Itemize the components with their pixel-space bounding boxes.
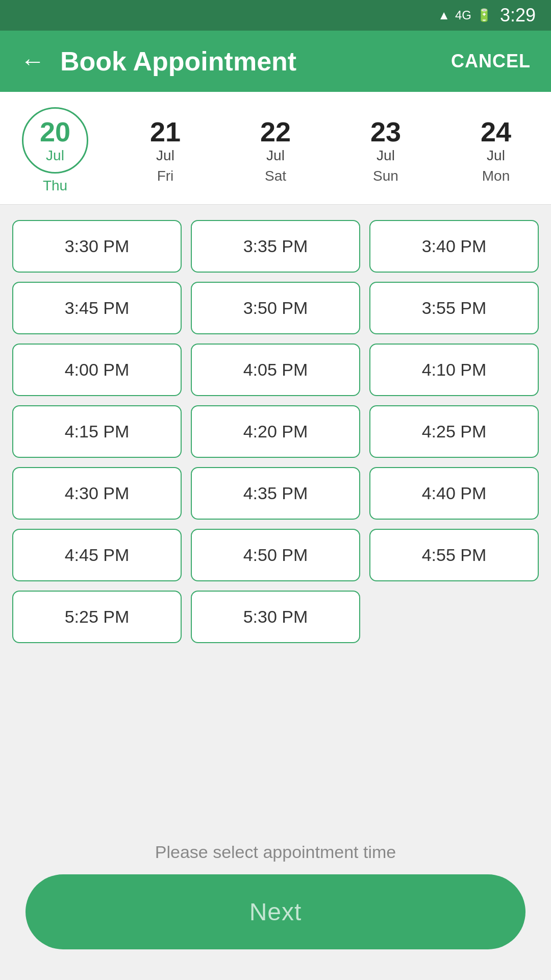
- time-slot-3-50-PM[interactable]: 3:50 PM: [191, 282, 360, 334]
- time-slot-3-30-PM[interactable]: 3:30 PM: [12, 220, 182, 273]
- time-slot-4-10-PM[interactable]: 4:10 PM: [369, 344, 539, 396]
- date-item-21[interactable]: 21 Jul Fri: [110, 112, 220, 189]
- date-item-24[interactable]: 24 Jul Mon: [441, 112, 551, 189]
- date-item-22[interactable]: 22 Jul Sat: [220, 112, 331, 189]
- time-slot-4-20-PM[interactable]: 4:20 PM: [191, 405, 360, 458]
- time-slot-4-55-PM[interactable]: 4:55 PM: [369, 529, 539, 581]
- time-slot-4-00-PM[interactable]: 4:00 PM: [12, 344, 182, 396]
- time-slot-4-40-PM[interactable]: 4:40 PM: [369, 467, 539, 520]
- status-bar: ▲ 4G 🔋 3:29: [0, 0, 551, 31]
- time-slot-5-25-PM[interactable]: 5:25 PM: [12, 591, 182, 643]
- time-slot-5-30-PM[interactable]: 5:30 PM: [191, 591, 360, 643]
- time-slot-4-45-PM[interactable]: 4:45 PM: [12, 529, 182, 581]
- cancel-button[interactable]: CANCEL: [451, 51, 531, 72]
- time-slot-3-45-PM[interactable]: 3:45 PM: [12, 282, 182, 334]
- app-bar: ← Book Appointment CANCEL: [0, 31, 551, 92]
- time-grid: 3:30 PM3:35 PM3:40 PM3:45 PM3:50 PM3:55 …: [12, 220, 539, 643]
- signal-strength: 4G: [455, 8, 471, 22]
- status-icons: ▲ 4G 🔋: [438, 8, 492, 22]
- time-slot-4-35-PM[interactable]: 4:35 PM: [191, 467, 360, 520]
- date-item-20[interactable]: 20 Jul Thu: [0, 102, 110, 199]
- time-slot-4-50-PM[interactable]: 4:50 PM: [191, 529, 360, 581]
- status-time: 3:29: [500, 5, 536, 26]
- time-slot-4-30-PM[interactable]: 4:30 PM: [12, 467, 182, 520]
- time-slot-3-35-PM[interactable]: 3:35 PM: [191, 220, 360, 273]
- back-button[interactable]: ←: [20, 49, 45, 74]
- time-slot-4-05-PM[interactable]: 4:05 PM: [191, 344, 360, 396]
- page-title: Book Appointment: [60, 46, 436, 77]
- battery-icon: 🔋: [477, 8, 492, 22]
- time-slot-4-25-PM[interactable]: 4:25 PM: [369, 405, 539, 458]
- next-button[interactable]: Next: [26, 874, 525, 949]
- signal-icon: ▲: [438, 8, 450, 22]
- date-item-23[interactable]: 23 Jul Sun: [331, 112, 441, 189]
- date-selector: 20 Jul Thu 21 Jul Fri 22 Jul Sat 23 Jul …: [0, 92, 551, 205]
- time-slot-3-55-PM[interactable]: 3:55 PM: [369, 282, 539, 334]
- time-slots-container: 3:30 PM3:35 PM3:40 PM3:45 PM3:50 PM3:55 …: [0, 205, 551, 827]
- footer: Please select appointment time Next: [0, 827, 551, 980]
- time-slot-4-15-PM[interactable]: 4:15 PM: [12, 405, 182, 458]
- footer-hint: Please select appointment time: [155, 842, 396, 862]
- time-slot-3-40-PM[interactable]: 3:40 PM: [369, 220, 539, 273]
